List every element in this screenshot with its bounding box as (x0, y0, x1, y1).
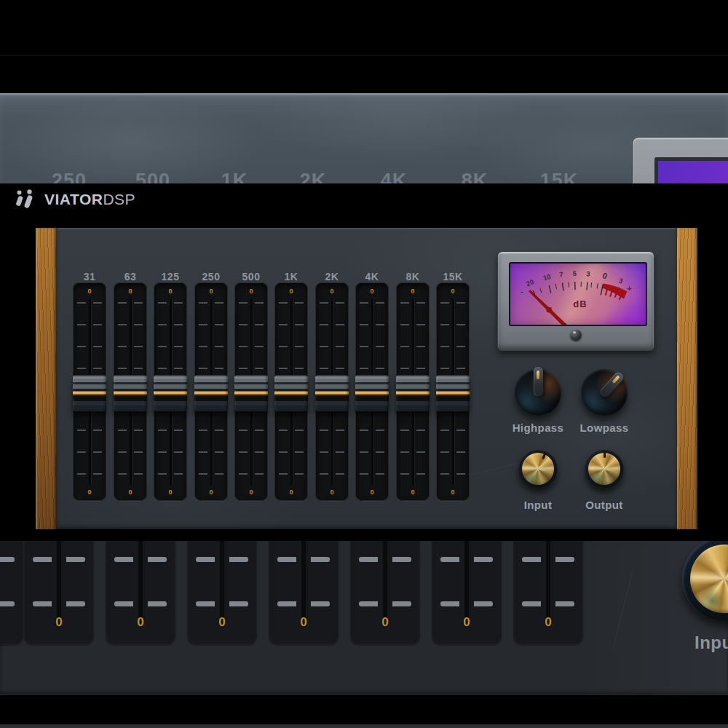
meter-scale-label: 3 (618, 277, 625, 285)
fader-track[interactable]: 0 0 (114, 282, 147, 501)
eq-band-125hz: 125 0 0 (154, 228, 187, 529)
meter-scale-label: 3 (586, 269, 590, 277)
vu-meter-scale: 20 10 7 5 3 0 3 - + dB (510, 264, 646, 325)
fader-track[interactable]: 0 0 (355, 282, 389, 501)
wood-side-panel-left (36, 228, 56, 529)
knob-pointer (534, 367, 543, 396)
fader-track[interactable]: 0 0 (436, 282, 470, 501)
fader-track[interactable]: 0 0 (194, 282, 228, 501)
fader-track[interactable]: 0 0 (274, 282, 308, 501)
background-divider (0, 55, 728, 56)
meter-scale-label: 10 (542, 272, 552, 282)
eq-band-500hz: 500 0 0 (234, 228, 268, 529)
band-frequency-label: 2K (315, 271, 349, 282)
eq-band-4k: 4K 0 0 (355, 228, 389, 529)
bg-band-label: 15K (540, 170, 579, 183)
band-frequency-label: 4K (355, 271, 389, 282)
fader-track[interactable]: 0 0 (315, 282, 349, 501)
eq-band-250hz: 250 0 0 (194, 228, 228, 529)
fader-track[interactable]: 0 0 (73, 282, 106, 501)
bg-band-label: 2K (300, 170, 327, 183)
meter-screw-icon (570, 329, 582, 341)
lowpass-knob[interactable] (581, 369, 628, 416)
band-frequency-label: 250 (194, 271, 228, 282)
fader-handle[interactable] (396, 375, 430, 411)
bg-fader-track: 0 (432, 541, 502, 644)
eq-band-15k: 15K 0 0 (436, 228, 470, 529)
meter-unit-label: dB (573, 298, 587, 309)
bg-band-label: 4K (381, 170, 408, 183)
bg-fader-track: 0 (513, 541, 583, 644)
meter-scale-label: 20 (525, 277, 535, 288)
band-frequency-label: 125 (154, 271, 187, 282)
brand-logo: VIATORDSP (15, 189, 135, 210)
fader-track[interactable]: 0 0 (154, 282, 187, 501)
fader-handle[interactable] (355, 375, 389, 411)
faceplate: 31 0 0 63 0 (56, 228, 677, 529)
eq-band-8k: 8K 0 0 (396, 228, 430, 529)
bg-fader-track: 0 (106, 541, 175, 644)
plugin-window: 250 500 1K 2K 4K 8K 15K VIATORDSP (0, 0, 728, 728)
band-frequency-label: 15K (436, 271, 470, 282)
fader-zero-mark: 0 (73, 488, 106, 496)
fader-handle[interactable] (315, 375, 349, 411)
viator-logo-icon (15, 189, 39, 210)
output-knob[interactable] (585, 449, 624, 488)
band-frequency-label: 500 (234, 271, 268, 282)
bg-fader-track: 0 (24, 541, 94, 644)
highpass-knob[interactable] (515, 369, 561, 416)
bg-fader-track: 0 (0, 541, 23, 644)
equalizer-panel: 31 0 0 63 0 (36, 228, 697, 529)
fader-handle[interactable] (436, 375, 470, 411)
vu-meter: 20 10 7 5 3 0 3 - + dB (497, 251, 654, 351)
fader-track[interactable]: 0 0 (234, 282, 268, 501)
meter-minus-sign: - (521, 287, 523, 296)
fader-zero-mark: 0 (73, 288, 106, 295)
fader-handle[interactable] (194, 375, 228, 411)
bg-band-label: 250 (52, 170, 87, 183)
fader-track[interactable]: 0 0 (396, 282, 430, 501)
meter-scale-label: 5 (573, 269, 577, 277)
bg-input-knob (682, 541, 728, 621)
band-frequency-label: 31 (73, 271, 106, 282)
meter-scale-label: 7 (559, 270, 564, 279)
bg-band-label: 500 (135, 170, 170, 183)
bg-vu-meter-screen (654, 157, 728, 183)
bg-band-label: 1K (221, 170, 248, 183)
bg-input-label: Input (695, 633, 728, 653)
background-panel-bottom: 0 0 0 0 0 0 0 0 (0, 541, 728, 695)
eq-band-1k: 1K 0 0 (274, 228, 308, 529)
fader-handle[interactable] (114, 375, 147, 411)
eq-band-31hz: 31 0 0 (73, 228, 106, 529)
knob-pointer (598, 371, 625, 398)
background-panel-edge (0, 724, 728, 728)
fader-handle[interactable] (274, 375, 308, 411)
band-frequency-label: 8K (396, 271, 430, 282)
meter-scale-label: 0 (602, 271, 608, 280)
eq-band-63hz: 63 0 0 (114, 228, 147, 529)
bg-vu-meter (632, 137, 728, 183)
bg-fader-track: 0 (350, 541, 420, 644)
fader-handle[interactable] (234, 375, 268, 411)
meter-plus-sign: + (627, 284, 631, 293)
title-bar: VIATORDSP (0, 183, 728, 228)
lowpass-label: Lowpass (557, 422, 652, 434)
fader-handle[interactable] (154, 375, 187, 411)
band-frequency-label: 63 (114, 271, 147, 282)
wood-side-panel-right (677, 228, 697, 529)
output-label: Output (557, 499, 652, 511)
fader-handle[interactable] (73, 375, 106, 411)
bg-band-label: 8K (462, 170, 488, 183)
vu-meter-screen: 20 10 7 5 3 0 3 - + dB (509, 262, 647, 326)
input-knob[interactable] (518, 449, 558, 488)
brand-name: VIATORDSP (44, 191, 135, 208)
band-frequency-label: 1K (274, 271, 308, 282)
bg-fader-track: 0 (269, 541, 339, 644)
eq-band-2k: 2K 0 0 (315, 228, 349, 529)
bg-fader-track: 0 (187, 541, 257, 644)
background-panel-top: 250 500 1K 2K 4K 8K 15K (0, 93, 728, 183)
knob-indicator (542, 452, 547, 459)
knob-indicator (604, 451, 606, 458)
